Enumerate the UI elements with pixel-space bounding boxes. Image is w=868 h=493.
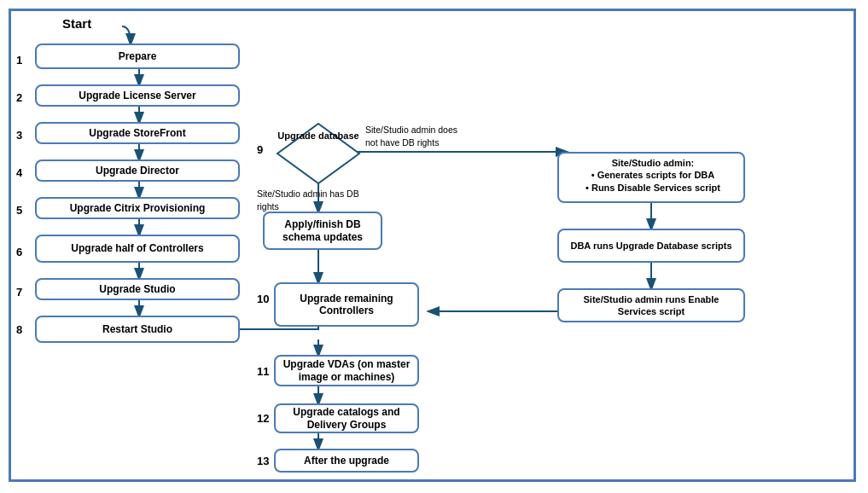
step-5-provisioning: Upgrade Citrix Provisioning [35,197,240,219]
step-num-12: 12 [257,412,269,425]
step-12-catalogs: Upgrade catalogs and Delivery Groups [274,403,419,433]
step-num-2: 2 [16,91,22,104]
step-2-license: Upgrade License Server [35,84,240,107]
step-num-9: 9 [257,143,263,156]
apply-finish-db-box: Apply/finish DBschema updates [263,212,382,250]
step-num-4: 4 [16,166,22,179]
step-num-10: 10 [257,293,269,305]
step-9-label: Upgrade database [277,130,359,142]
step-7-studio: Upgrade Studio [35,278,240,300]
step-num-5: 5 [16,204,22,217]
admin-scripts-box: Site/Studio admin: • Generates scripts f… [557,152,745,203]
step-num-13: 13 [257,455,269,467]
step-8-restart: Restart Studio [35,316,240,343]
step-10-remaining: Upgrade remaining Controllers [274,282,419,327]
step-num-3: 3 [16,129,22,142]
step-13-after: After the upgrade [274,449,419,473]
step-num-6: 6 [16,246,22,258]
step-num-8: 8 [16,323,22,336]
diagram-container: Start [9,9,856,482]
step-11-vdas: Upgrade VDAs (on master image or machine… [274,355,419,386]
start-label: Start [62,16,91,31]
enable-services-box: Site/Studio admin runs Enable Services s… [557,288,745,322]
step-4-director: Upgrade Director [35,160,240,182]
step-num-7: 7 [16,286,22,299]
note-has-db-rights: Site/Studio admin has DB rights [257,188,359,212]
step-6-half-controllers: Upgrade half of Controllers [35,235,240,263]
step-3-storefront: Upgrade StoreFront [35,122,240,144]
step-num-1: 1 [16,54,22,67]
step-num-11: 11 [257,365,269,378]
note-no-db-rights: Site/Studio admin doesnot have DB rights [365,124,476,148]
step-1-prepare: Prepare [35,44,240,69]
dba-runs-box: DBA runs Upgrade Database scripts [557,229,745,263]
diagram: Start [11,11,853,479]
